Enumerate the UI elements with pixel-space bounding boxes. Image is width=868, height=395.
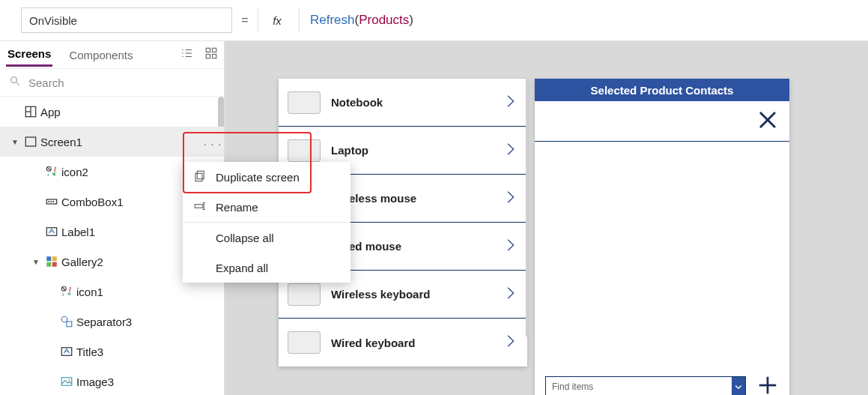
svg-point-18 bbox=[51, 202, 52, 202]
svg-rect-22 bbox=[52, 256, 57, 261]
product-image bbox=[288, 283, 321, 306]
svg-line-26 bbox=[62, 287, 66, 291]
svg-rect-24 bbox=[52, 262, 57, 267]
contacts-panel-top bbox=[535, 101, 789, 142]
tree-node-app[interactable]: App bbox=[0, 97, 224, 127]
product-title: Wired keyboard bbox=[331, 337, 491, 349]
tree-search[interactable] bbox=[0, 68, 224, 97]
tab-screens[interactable]: Screens bbox=[6, 43, 52, 67]
rename-icon bbox=[193, 199, 207, 215]
search-icon bbox=[9, 75, 21, 90]
close-icon[interactable] bbox=[756, 109, 779, 134]
contacts-panel: Selected Product Contacts Find items bbox=[535, 79, 789, 395]
icon-group-icon: + bbox=[43, 165, 60, 178]
formula-input[interactable]: Refresh ( Products ) bbox=[300, 7, 868, 33]
chevron-right-icon[interactable] bbox=[502, 141, 518, 160]
more-options-button[interactable]: . . . bbox=[201, 136, 224, 148]
screen-context-menu: Duplicate screen Rename Collapse all Exp… bbox=[183, 162, 350, 283]
tree-node-screen1[interactable]: ▼ Screen1 . . . bbox=[0, 127, 224, 157]
product-title: Wireless keyboard bbox=[331, 288, 491, 301]
image-icon bbox=[58, 375, 75, 388]
separator-icon bbox=[58, 315, 75, 328]
formula-token-function: Refresh bbox=[310, 13, 355, 28]
property-selector[interactable]: OnVisible bbox=[21, 7, 232, 33]
caret-down-icon: ▼ bbox=[28, 258, 43, 266]
chevron-right-icon[interactable] bbox=[502, 285, 518, 304]
label-icon bbox=[43, 225, 60, 238]
svg-rect-39 bbox=[195, 204, 203, 208]
find-items-combobox[interactable]: Find items bbox=[545, 376, 746, 395]
formula-token-paren: ) bbox=[409, 13, 413, 28]
contacts-panel-title: Selected Product Contacts bbox=[535, 79, 789, 101]
main-area: Screens Components bbox=[0, 41, 868, 395]
property-selector-label: OnVisible bbox=[29, 14, 77, 27]
chevron-right-icon[interactable] bbox=[502, 189, 518, 208]
grid-view-icon[interactable] bbox=[204, 46, 218, 63]
contacts-panel-body bbox=[535, 142, 789, 370]
list-view-icon[interactable] bbox=[180, 46, 194, 63]
fx-button[interactable]: fx bbox=[258, 7, 300, 33]
product-title: Wired mouse bbox=[331, 240, 491, 253]
svg-rect-4 bbox=[213, 48, 216, 52]
app-icon bbox=[22, 105, 39, 118]
menu-rename[interactable]: Rename bbox=[183, 192, 350, 222]
svg-rect-21 bbox=[46, 256, 51, 261]
label-icon bbox=[58, 345, 75, 358]
svg-point-32 bbox=[68, 379, 70, 381]
svg-rect-29 bbox=[67, 322, 72, 327]
caret-down-icon: ▼ bbox=[7, 138, 22, 146]
svg-point-17 bbox=[49, 202, 49, 202]
product-title: Notebook bbox=[331, 96, 491, 109]
formula-token-identifier: Products bbox=[359, 13, 409, 28]
fx-label: fx bbox=[273, 14, 282, 27]
equals-sign: = bbox=[232, 13, 258, 27]
chevron-right-icon[interactable] bbox=[502, 237, 518, 256]
svg-rect-38 bbox=[195, 173, 202, 181]
svg-rect-37 bbox=[197, 171, 204, 179]
svg-point-7 bbox=[11, 77, 17, 83]
tree-node-image3[interactable]: Image3 bbox=[0, 367, 224, 395]
svg-text:+: + bbox=[46, 172, 49, 178]
formula-bar: OnVisible = fx Refresh ( Products ) bbox=[0, 0, 868, 41]
tree-panel-header: Screens Components bbox=[0, 41, 224, 68]
svg-text:+: + bbox=[61, 292, 64, 298]
svg-point-19 bbox=[53, 202, 54, 202]
gallery-icon bbox=[43, 255, 60, 268]
tab-components[interactable]: Components bbox=[67, 44, 134, 66]
svg-rect-23 bbox=[46, 262, 51, 267]
tree-search-input[interactable] bbox=[28, 76, 215, 89]
product-image bbox=[288, 331, 321, 354]
product-image bbox=[288, 139, 321, 162]
menu-collapse-all[interactable]: Collapse all bbox=[183, 223, 350, 253]
svg-line-8 bbox=[16, 82, 19, 85]
combobox-placeholder: Find items bbox=[552, 382, 593, 392]
chevron-right-icon[interactable] bbox=[502, 93, 518, 112]
menu-expand-all[interactable]: Expand all bbox=[183, 253, 350, 283]
icon-group-icon: + bbox=[58, 285, 75, 298]
combobox-icon bbox=[43, 195, 60, 208]
gallery-item[interactable]: Notebook bbox=[279, 79, 527, 127]
chevron-down-icon bbox=[732, 377, 745, 395]
svg-rect-6 bbox=[213, 55, 216, 58]
product-title: Wireless mouse bbox=[331, 192, 491, 205]
duplicate-icon bbox=[193, 169, 207, 185]
tree-node-title3[interactable]: Title3 bbox=[0, 337, 224, 367]
svg-rect-3 bbox=[206, 48, 210, 52]
gallery-item[interactable]: Wired keyboard bbox=[279, 319, 527, 367]
product-image bbox=[288, 91, 321, 114]
contacts-panel-bottom: Find items bbox=[535, 370, 789, 395]
add-icon[interactable] bbox=[756, 374, 779, 395]
tree-node-separator3[interactable]: Separator3 bbox=[0, 307, 224, 337]
menu-duplicate-screen[interactable]: Duplicate screen bbox=[183, 162, 350, 192]
screen-icon bbox=[22, 135, 39, 148]
chevron-right-icon[interactable] bbox=[502, 333, 518, 352]
svg-line-14 bbox=[47, 167, 51, 171]
svg-rect-12 bbox=[25, 137, 36, 146]
product-title: Laptop bbox=[331, 144, 491, 157]
svg-rect-5 bbox=[206, 55, 210, 58]
